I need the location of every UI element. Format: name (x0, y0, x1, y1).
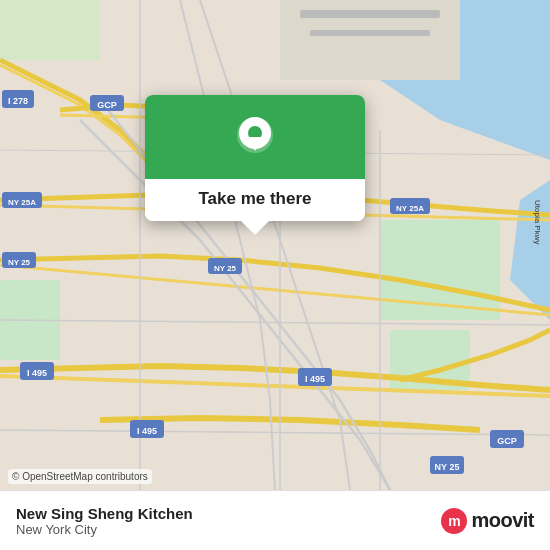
svg-text:NY 25A: NY 25A (396, 204, 424, 213)
moovit-wordmark: moovit (471, 509, 534, 532)
map-attribution: © OpenStreetMap contributors (8, 469, 152, 484)
location-city: New York City (16, 522, 193, 537)
svg-text:Utopia Pkwy: Utopia Pkwy (533, 200, 542, 244)
popup-card: Take me there (145, 95, 365, 221)
moovit-logo: m moovit (441, 508, 534, 534)
svg-text:I 495: I 495 (137, 426, 157, 436)
svg-rect-13 (310, 30, 430, 36)
svg-text:I 278: I 278 (8, 96, 28, 106)
moovit-icon: m (441, 508, 467, 534)
svg-rect-10 (0, 0, 100, 60)
location-name: New Sing Sheng Kitchen (16, 505, 193, 522)
svg-text:NY 25: NY 25 (8, 258, 31, 267)
svg-text:I 495: I 495 (27, 368, 47, 378)
popup-header (145, 95, 365, 179)
location-info: New Sing Sheng Kitchen New York City (16, 505, 193, 537)
take-me-there-label: Take me there (198, 189, 311, 208)
location-pin-icon (233, 113, 277, 165)
svg-text:NY 25A: NY 25A (8, 198, 36, 207)
bottom-bar: New Sing Sheng Kitchen New York City m m… (0, 490, 550, 550)
svg-text:GCP: GCP (97, 100, 117, 110)
svg-text:GCP: GCP (497, 436, 517, 446)
map-container: I 278 GCP GCP NY 25A NY 25A NY NY 25 NY … (0, 0, 550, 490)
svg-text:NY 25: NY 25 (435, 462, 460, 472)
svg-text:I 495: I 495 (305, 374, 325, 384)
popup-button[interactable]: Take me there (145, 179, 365, 221)
svg-text:NY 25: NY 25 (214, 264, 237, 273)
svg-rect-12 (300, 10, 440, 18)
